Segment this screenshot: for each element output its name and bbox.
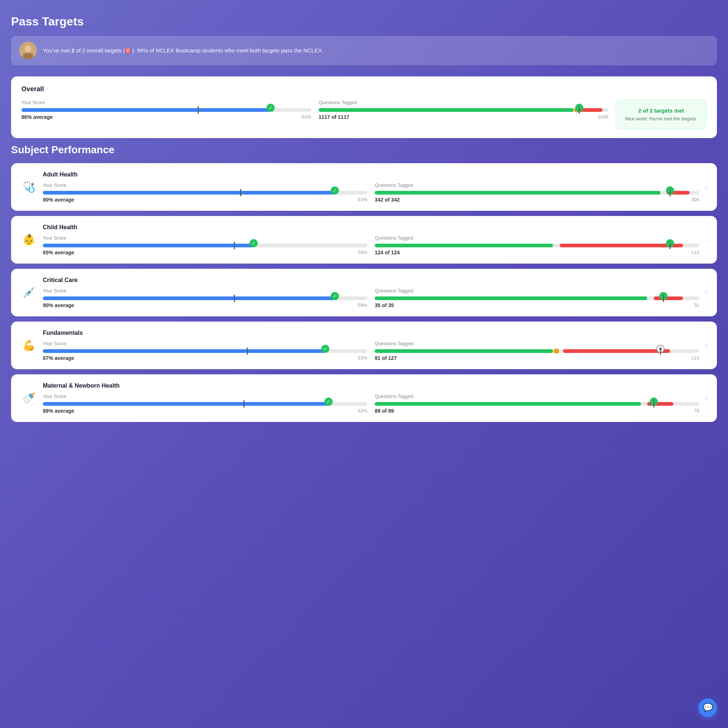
subject-name-2: Critical Care bbox=[43, 277, 699, 283]
subject-card-2[interactable]: 💉 Critical Care Your Score ✓ 90% avera bbox=[11, 269, 717, 317]
subject-score-label-0: Your Score bbox=[43, 182, 367, 188]
page-title: Pass Targets bbox=[11, 15, 717, 28]
overall-score-progress: ✓ bbox=[21, 108, 311, 112]
overall-score-target: 61% bbox=[301, 114, 311, 120]
notification-banner: You've met 2 of 2 overall targets (🎯). 9… bbox=[11, 36, 717, 65]
subject-metrics-3: Your Score ✓ 87% average 63% bbox=[43, 341, 699, 361]
subject-questions-value-1: 124 of 124 bbox=[375, 249, 400, 255]
chevron-icon-4: › bbox=[705, 394, 707, 402]
subject-questions-label-2: Questions Tagged bbox=[375, 288, 699, 294]
subject-score-target-3: 63% bbox=[358, 355, 367, 361]
chat-button[interactable]: 💬 bbox=[699, 699, 717, 717]
subject-score-label-4: Your Score bbox=[43, 393, 367, 399]
subject-questions-4: Questions Tagged ✓ 89 of 89 78 bbox=[375, 393, 699, 414]
subject-content-1: Child Health Your Score ✓ 65% average bbox=[43, 224, 699, 255]
subject-score-progress-2: ✓ bbox=[43, 297, 367, 300]
subject-questions-value-2: 35 of 35 bbox=[375, 302, 394, 308]
subject-score-1: Your Score ✓ 65% average 59% bbox=[43, 235, 367, 255]
subject-questions-target-3: 114 bbox=[691, 355, 699, 361]
subject-icon-3: 💪 bbox=[21, 337, 37, 354]
subject-questions-progress-4: ✓ bbox=[375, 402, 699, 406]
subject-card-1[interactable]: 👶 Child Health Your Score ✓ 65% averag bbox=[11, 216, 717, 264]
overall-questions-target: 1006 bbox=[598, 114, 609, 120]
subject-metrics-0: Your Score ✓ 90% average 61% bbox=[43, 182, 699, 203]
subject-questions-label-1: Questions Tagged bbox=[375, 235, 699, 241]
subject-score-label-1: Your Score bbox=[43, 235, 367, 241]
subject-questions-label-3: Questions Tagged bbox=[375, 341, 699, 346]
subject-score-value-0: 90% average bbox=[43, 197, 74, 203]
svg-point-1 bbox=[25, 46, 31, 52]
subject-questions-progress-1: ✓ bbox=[375, 244, 699, 247]
subject-questions-value-4: 89 of 89 bbox=[375, 408, 394, 414]
subject-icon-4: 🍼 bbox=[21, 390, 37, 407]
subject-questions-progress-3 bbox=[375, 349, 699, 353]
subject-metrics-4: Your Score ✓ 88% average 62% bbox=[43, 393, 699, 414]
overall-badge: 2 of 2 targets met Nice work! You've met… bbox=[616, 100, 707, 129]
subject-icon-2: 💉 bbox=[21, 284, 37, 301]
subject-name-0: Adult Health bbox=[43, 171, 699, 178]
subject-score-target-2: 59% bbox=[358, 302, 367, 308]
subject-content-2: Critical Care Your Score ✓ 90% average bbox=[43, 277, 699, 308]
subject-questions-target-2: 32 bbox=[694, 302, 699, 308]
overall-questions-value: 1117 of 1117 bbox=[318, 114, 349, 120]
subject-questions-value-0: 342 of 342 bbox=[375, 197, 400, 203]
subject-score-value-4: 88% average bbox=[43, 408, 74, 414]
section-title: Subject Performance bbox=[11, 144, 717, 156]
subject-name-3: Fundamentals bbox=[43, 330, 699, 336]
subjects-list: 🩺 Adult Health Your Score ✓ 90% averag bbox=[11, 163, 717, 422]
subject-score-progress-0: ✓ bbox=[43, 191, 367, 194]
subject-content-4: Maternal & Newborn Health Your Score ✓ 8… bbox=[43, 382, 699, 414]
subject-score-4: Your Score ✓ 88% average 62% bbox=[43, 393, 367, 414]
banner-text: You've met 2 of 2 overall targets (🎯). 9… bbox=[43, 47, 323, 54]
chevron-icon-1: › bbox=[705, 236, 707, 244]
subject-questions-progress-0: ✓ bbox=[375, 191, 699, 194]
overall-questions-label: Questions Tagged bbox=[318, 100, 609, 105]
subject-questions-target-0: 308 bbox=[691, 197, 699, 203]
subject-questions-2: Questions Tagged ✓ 35 of 35 32 bbox=[375, 288, 699, 308]
subject-score-progress-1: ✓ bbox=[43, 244, 367, 247]
subject-questions-target-4: 78 bbox=[694, 408, 699, 414]
subject-score-0: Your Score ✓ 90% average 61% bbox=[43, 182, 367, 203]
overall-questions-progress: ✓ bbox=[318, 108, 609, 112]
subject-score-progress-4: ✓ bbox=[43, 402, 367, 406]
subject-score-label-2: Your Score bbox=[43, 288, 367, 294]
subject-questions-0: Questions Tagged ✓ 342 of 342 308 bbox=[375, 182, 699, 203]
subject-content-3: Fundamentals Your Score ✓ 87% average bbox=[43, 330, 699, 361]
subject-questions-progress-2: ✓ bbox=[375, 297, 699, 300]
subject-card-4[interactable]: 🍼 Maternal & Newborn Health Your Score ✓ bbox=[11, 374, 717, 422]
subject-score-3: Your Score ✓ 87% average 63% bbox=[43, 341, 367, 361]
subject-score-target-1: 59% bbox=[358, 249, 367, 255]
chevron-icon-2: › bbox=[705, 289, 707, 297]
badge-subtitle: Nice work! You've met the targets. bbox=[625, 116, 697, 121]
subject-score-target-0: 61% bbox=[358, 197, 367, 203]
chevron-icon-3: › bbox=[705, 341, 707, 349]
subject-questions-target-1: 112 bbox=[691, 249, 699, 255]
avatar bbox=[19, 42, 37, 60]
overall-questions-block: Questions Tagged ✓ 1117 of 1117 1006 bbox=[318, 100, 609, 120]
subject-icon-1: 👶 bbox=[21, 232, 37, 248]
subject-card-3[interactable]: 💪 Fundamentals Your Score ✓ 87% averag bbox=[11, 321, 717, 369]
overall-score-block: Your Score ✓ 86% average 61% bbox=[21, 100, 311, 120]
subject-score-2: Your Score ✓ 90% average 59% bbox=[43, 288, 367, 308]
subject-name-1: Child Health bbox=[43, 224, 699, 231]
subject-card-0[interactable]: 🩺 Adult Health Your Score ✓ 90% averag bbox=[11, 163, 717, 211]
subject-score-target-4: 62% bbox=[358, 408, 367, 414]
overall-score-value: 86% average bbox=[21, 114, 53, 120]
subject-questions-label-0: Questions Tagged bbox=[375, 182, 699, 188]
subject-content-0: Adult Health Your Score ✓ 90% average bbox=[43, 171, 699, 203]
subject-questions-value-3: 91 of 127 bbox=[375, 355, 397, 361]
subject-score-progress-3: ✓ bbox=[43, 349, 367, 353]
overall-card: Overall Your Score ✓ 86% average 61% Que… bbox=[11, 76, 717, 138]
subject-name-4: Maternal & Newborn Health bbox=[43, 382, 699, 389]
subject-metrics-1: Your Score ✓ 65% average 59% bbox=[43, 235, 699, 255]
subject-score-label-3: Your Score bbox=[43, 341, 367, 346]
subject-questions-1: Questions Tagged ✓ 124 of 124 112 bbox=[375, 235, 699, 255]
chevron-icon-0: › bbox=[705, 183, 707, 191]
subject-questions-3: Questions Tagged 91 of 127 114 bbox=[375, 341, 699, 361]
subject-icon-0: 🩺 bbox=[21, 179, 37, 195]
subject-metrics-2: Your Score ✓ 90% average 59% bbox=[43, 288, 699, 308]
badge-title: 2 of 2 targets met bbox=[625, 107, 697, 114]
subject-questions-label-4: Questions Tagged bbox=[375, 393, 699, 399]
subject-score-value-3: 87% average bbox=[43, 355, 74, 361]
overall-metrics: Your Score ✓ 86% average 61% Questions T… bbox=[21, 100, 707, 129]
